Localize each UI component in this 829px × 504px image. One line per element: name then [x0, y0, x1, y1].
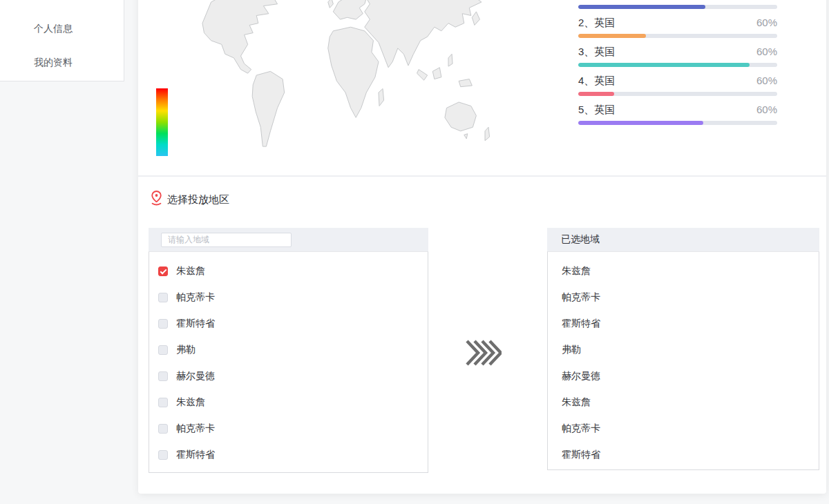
region-checkbox[interactable]: [158, 345, 168, 355]
region-checkbox[interactable]: [158, 371, 168, 381]
source-region-row[interactable]: 帕克蒂卡: [149, 416, 428, 442]
ranking-bar-track: [578, 92, 777, 96]
ranking-label: 5、英国: [578, 103, 615, 117]
sidebar-item-personal-info[interactable]: 个人信息: [34, 23, 73, 35]
section-title: 选择投放地区: [167, 193, 229, 206]
ranking-percent: 60%: [756, 74, 777, 88]
region-checkbox[interactable]: [158, 319, 168, 329]
region-checkbox[interactable]: [158, 266, 168, 276]
source-region-row[interactable]: 帕克蒂卡: [149, 284, 428, 311]
source-region-row[interactable]: 赫尔曼德: [149, 363, 428, 389]
region-label: 弗勒: [176, 344, 196, 356]
region-search-input[interactable]: [161, 233, 292, 247]
target-panel-title: 已选地域: [561, 233, 600, 246]
ranking-bar-track: [578, 63, 777, 67]
sidebar-item-my-profile[interactable]: 我的资料: [34, 57, 73, 69]
region-checkbox[interactable]: [158, 398, 168, 407]
map-heat-legend: [156, 88, 168, 156]
source-region-row[interactable]: 霍斯特省: [149, 442, 428, 468]
transfer-arrows-icon[interactable]: [466, 339, 502, 367]
region-source-panel: 朱兹詹 帕克蒂卡 霍斯特省 弗勒 赫尔曼德 朱兹詹 帕克蒂卡 霍斯特省: [149, 228, 428, 473]
region-label: 朱兹詹: [176, 396, 205, 409]
source-region-list: 朱兹詹 帕克蒂卡 霍斯特省 弗勒 赫尔曼德 朱兹詹 帕克蒂卡 霍斯特省: [149, 251, 428, 473]
selected-region-row[interactable]: 帕克蒂卡: [548, 284, 819, 311]
ranking-percent: 60%: [756, 103, 777, 117]
ranking-bar-track: [578, 121, 777, 125]
ranking-row: 5、英国 60%: [578, 103, 777, 132]
country-ranking-list: 2、英国 60% 3、英国 60% 4、英国 60% 5、英国 60%: [578, 0, 777, 132]
target-panel-header: 已选地域: [547, 228, 819, 251]
region-label: 霍斯特省: [176, 318, 215, 330]
selected-region-row[interactable]: 霍斯特省: [548, 311, 819, 337]
ranking-percent: 60%: [756, 45, 777, 59]
source-region-row[interactable]: 弗勒: [149, 337, 428, 363]
source-region-row[interactable]: 朱兹詹: [149, 258, 428, 284]
ranking-bar-fill: [578, 92, 614, 96]
ranking-row: 2、英国 60%: [578, 16, 777, 45]
source-region-row[interactable]: 霍斯特省: [149, 311, 428, 337]
ranking-row: 3、英国 60%: [578, 45, 777, 74]
ranking-row: [578, 0, 777, 16]
ranking-bar-fill: [578, 121, 703, 125]
source-panel-header: [149, 228, 428, 251]
ranking-bar-fill: [578, 5, 705, 9]
ranking-bar-track: [578, 5, 777, 9]
region-checkbox[interactable]: [158, 424, 168, 434]
ranking-label: 3、英国: [578, 45, 615, 59]
clipped-menu-item: [17, 0, 48, 1]
region-label: 帕克蒂卡: [176, 291, 215, 304]
region-label: 帕克蒂卡: [176, 423, 215, 435]
selected-region-row[interactable]: 朱兹詹: [548, 389, 819, 416]
ranking-percent: 60%: [756, 16, 777, 30]
selected-region-row[interactable]: 弗勒: [548, 337, 819, 363]
ranking-bar-fill: [578, 63, 750, 67]
selected-region-row[interactable]: 霍斯特省: [548, 442, 819, 468]
sidebar: 个人信息 我的资料: [0, 0, 124, 81]
ranking-bar-fill: [578, 34, 646, 38]
region-label: 朱兹詹: [176, 265, 205, 278]
ranking-bar-track: [578, 34, 777, 38]
region-checkbox[interactable]: [158, 293, 168, 302]
selected-region-row[interactable]: 赫尔曼德: [548, 363, 819, 389]
region-checkbox[interactable]: [158, 450, 168, 460]
ranking-row: 4、英国 60%: [578, 74, 777, 103]
world-map: [169, 0, 518, 166]
ranking-label: 4、英国: [578, 74, 615, 88]
region-label: 赫尔曼德: [176, 370, 215, 382]
section-divider: [138, 175, 826, 177]
region-label: 霍斯特省: [176, 449, 215, 461]
selected-region-row[interactable]: 帕克蒂卡: [548, 416, 819, 442]
ranking-label: 2、英国: [578, 16, 615, 30]
location-pin-icon: [150, 190, 163, 206]
selected-region-row[interactable]: 朱兹詹: [548, 258, 819, 284]
selected-region-list: 朱兹詹 帕克蒂卡 霍斯特省 弗勒 赫尔曼德 朱兹詹 帕克蒂卡 霍斯特省: [547, 251, 819, 470]
region-target-panel: 已选地域 朱兹詹 帕克蒂卡 霍斯特省 弗勒 赫尔曼德 朱兹詹 帕克蒂卡 霍斯特省: [547, 228, 819, 470]
source-region-row[interactable]: 朱兹詹: [149, 389, 428, 416]
